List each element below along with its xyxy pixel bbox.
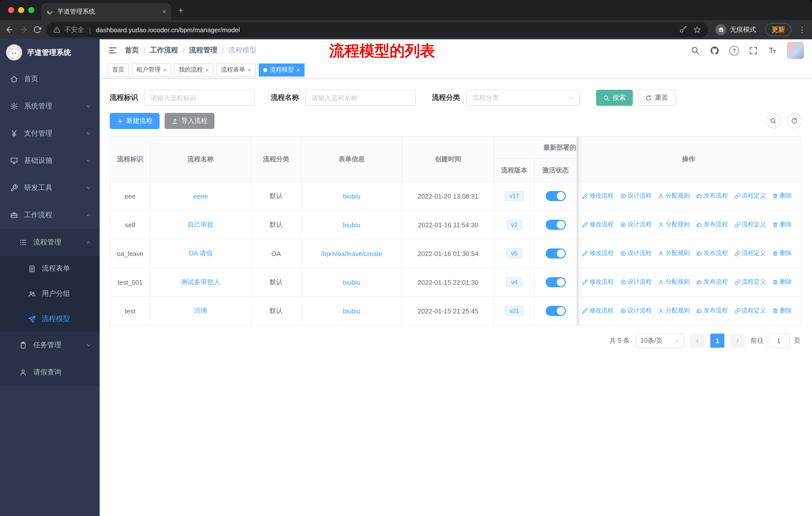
reset-button[interactable]: 重置 (638, 90, 675, 106)
action-definition[interactable]: 流程定义 (734, 278, 766, 287)
active-toggle[interactable] (546, 248, 566, 259)
sidebar-item-system[interactable]: 系统管理 (0, 93, 100, 120)
refresh-table-button[interactable] (787, 113, 802, 129)
tag-process-form[interactable]: 流程表单 × (216, 63, 256, 76)
process-id-input[interactable] (144, 90, 255, 106)
category-select[interactable]: 流程分类 (466, 90, 580, 106)
process-name-link[interactable]: 滔博 (194, 307, 207, 315)
form-info-link[interactable]: /bpm/oa/leave/create (321, 250, 382, 257)
active-toggle[interactable] (546, 220, 566, 230)
close-icon[interactable]: × (163, 66, 167, 73)
action-delete[interactable]: 删除 (772, 192, 792, 200)
create-process-button[interactable]: 新建流程 (110, 113, 160, 129)
close-icon[interactable]: × (205, 66, 209, 73)
breadcrumb-item[interactable]: 首页 (125, 46, 139, 55)
action-assign-rules[interactable]: 分配规则 (658, 220, 690, 229)
action-publish[interactable]: 发布流程 (696, 220, 728, 229)
breadcrumb-item[interactable]: 工作流程 (150, 46, 178, 55)
action-definition[interactable]: 流程定义 (734, 220, 766, 229)
forward-icon[interactable] (19, 25, 28, 34)
action-publish[interactable]: 发布流程 (696, 249, 728, 258)
page-size-select[interactable]: 10条/页 (636, 333, 684, 348)
back-icon[interactable] (5, 25, 14, 34)
action-assign-rules[interactable]: 分配规则 (658, 192, 690, 200)
action-modify[interactable]: 修改流程 (582, 220, 614, 229)
action-definition[interactable]: 流程定义 (734, 192, 766, 200)
action-design[interactable]: 设计流程 (620, 249, 652, 258)
version-badge[interactable]: v4 (506, 277, 522, 287)
search-button[interactable]: 搜索 (596, 90, 633, 106)
action-modify[interactable]: 修改流程 (582, 192, 614, 200)
page-number-button[interactable]: 1 (710, 333, 724, 348)
action-modify[interactable]: 修改流程 (582, 278, 614, 287)
tab-close-icon[interactable]: × (162, 7, 166, 16)
version-badge[interactable]: v21 (504, 306, 524, 316)
collapse-sidebar-icon[interactable] (108, 45, 118, 55)
version-badge[interactable]: v5 (506, 248, 522, 259)
github-icon[interactable] (710, 46, 719, 55)
help-icon[interactable]: ? (729, 46, 739, 55)
action-delete[interactable]: 删除 (772, 220, 792, 229)
import-process-button[interactable]: 导入流程 (165, 113, 214, 129)
action-assign-rules[interactable]: 分配规则 (658, 278, 690, 287)
action-publish[interactable]: 发布流程 (696, 278, 728, 287)
breadcrumb-item[interactable]: 流程管理 (189, 46, 218, 55)
active-toggle[interactable] (546, 191, 566, 201)
sidebar-item-workflow[interactable]: 工作流程 (0, 201, 100, 229)
action-definition[interactable]: 流程定义 (734, 307, 766, 315)
close-icon[interactable]: × (296, 66, 300, 73)
action-design[interactable]: 设计流程 (620, 220, 652, 229)
action-assign-rules[interactable]: 分配规则 (658, 307, 690, 315)
close-icon[interactable]: × (248, 66, 251, 73)
tag-process-model[interactable]: 流程模型 × (259, 63, 304, 76)
browser-tab[interactable]: 芋道管理系统 × (41, 3, 171, 20)
sidebar-item-leave-query[interactable]: 请假查询 (0, 359, 100, 386)
version-badge[interactable]: v17 (504, 191, 524, 201)
process-name-link[interactable]: 测试多审批人 (181, 278, 220, 286)
action-publish[interactable]: 发布流程 (696, 192, 728, 200)
action-definition[interactable]: 流程定义 (734, 249, 766, 258)
goto-page-input[interactable] (768, 333, 790, 348)
new-tab-button[interactable]: + (178, 5, 183, 16)
version-badge[interactable]: v2 (506, 220, 522, 230)
user-avatar[interactable] (787, 42, 804, 59)
process-name-link[interactable]: 自己审批 (187, 221, 214, 228)
form-info-link[interactable]: biubiu (343, 221, 360, 228)
tag-home[interactable]: 首页 (108, 63, 129, 76)
sidebar-item-user-group[interactable]: 用户分组 (0, 281, 100, 306)
sidebar-item-process-form[interactable]: 流程表单 (0, 256, 100, 281)
process-name-link[interactable]: OA 请假 (188, 249, 212, 257)
active-toggle[interactable] (546, 277, 566, 287)
sidebar-item-process-management[interactable]: 流程管理 (0, 229, 100, 256)
action-modify[interactable]: 修改流程 (582, 307, 614, 315)
search-icon[interactable] (691, 46, 700, 55)
close-window-button[interactable] (8, 7, 14, 13)
fullscreen-icon[interactable] (749, 46, 758, 55)
sidebar-item-process-model[interactable]: 流程模型 (0, 306, 100, 332)
toggle-search-button[interactable] (766, 113, 781, 129)
sidebar-item-devtools[interactable]: 研发工具 (0, 174, 100, 201)
form-info-link[interactable]: biubiu (343, 192, 360, 200)
active-toggle[interactable] (546, 306, 566, 316)
form-info-link[interactable]: biubiu (343, 278, 360, 286)
zoom-window-button[interactable] (28, 7, 34, 13)
next-page-button[interactable] (730, 333, 745, 348)
prev-page-button[interactable] (690, 333, 704, 348)
process-name-input[interactable] (305, 90, 416, 106)
sidebar-item-payment[interactable]: 支付管理 (0, 120, 100, 147)
browser-menu-icon[interactable]: ⋮ (799, 25, 806, 34)
tag-tenant[interactable]: 租户管理 × (132, 63, 171, 76)
process-name-link[interactable]: eeee (193, 192, 208, 200)
tag-my-process[interactable]: 我的流程 × (174, 63, 213, 76)
bookmark-star-icon[interactable] (693, 26, 701, 34)
sidebar-item-infrastructure[interactable]: 基础设施 (0, 147, 100, 174)
password-key-icon[interactable] (679, 26, 687, 34)
action-design[interactable]: 设计流程 (620, 278, 652, 287)
sidebar-item-home[interactable]: 首页 (0, 65, 100, 93)
action-modify[interactable]: 修改流程 (582, 249, 614, 258)
action-publish[interactable]: 发布流程 (696, 307, 728, 315)
minimize-window-button[interactable] (18, 7, 24, 13)
action-design[interactable]: 设计流程 (620, 192, 652, 200)
action-delete[interactable]: 删除 (772, 307, 792, 315)
form-info-link[interactable]: biubiu (343, 307, 360, 315)
